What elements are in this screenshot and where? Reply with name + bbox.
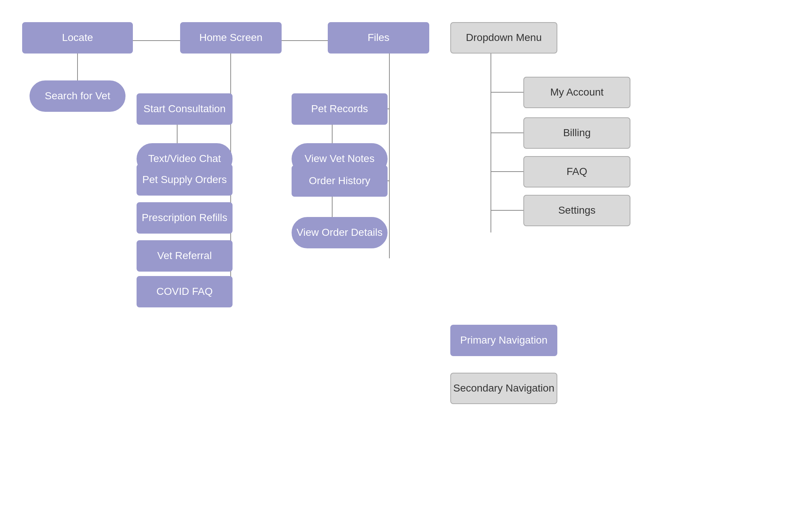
- my-account-node: My Account: [523, 77, 630, 108]
- locate-node: Locate: [22, 22, 133, 54]
- dropdown-menu-node: Dropdown Menu: [450, 22, 557, 54]
- files-node: Files: [328, 22, 429, 54]
- primary-navigation-legend: Primary Navigation: [450, 325, 557, 356]
- vet-referral-node: Vet Referral: [137, 240, 233, 272]
- search-for-vet-node: Search for Vet: [30, 80, 125, 112]
- pet-supply-orders-node: Pet Supply Orders: [137, 164, 233, 196]
- home-screen-node: Home Screen: [180, 22, 282, 54]
- view-order-details-node: View Order Details: [292, 217, 388, 248]
- faq-node: FAQ: [523, 156, 630, 187]
- order-history-node: Order History: [292, 165, 388, 197]
- start-consultation-node: Start Consultation: [137, 93, 233, 125]
- pet-records-node: Pet Records: [292, 93, 388, 125]
- covid-faq-node: COVID FAQ: [137, 276, 233, 307]
- secondary-navigation-legend: Secondary Navigation: [450, 373, 557, 404]
- prescription-refills-node: Prescription Refills: [137, 202, 233, 234]
- billing-node: Billing: [523, 117, 630, 149]
- settings-node: Settings: [523, 195, 630, 226]
